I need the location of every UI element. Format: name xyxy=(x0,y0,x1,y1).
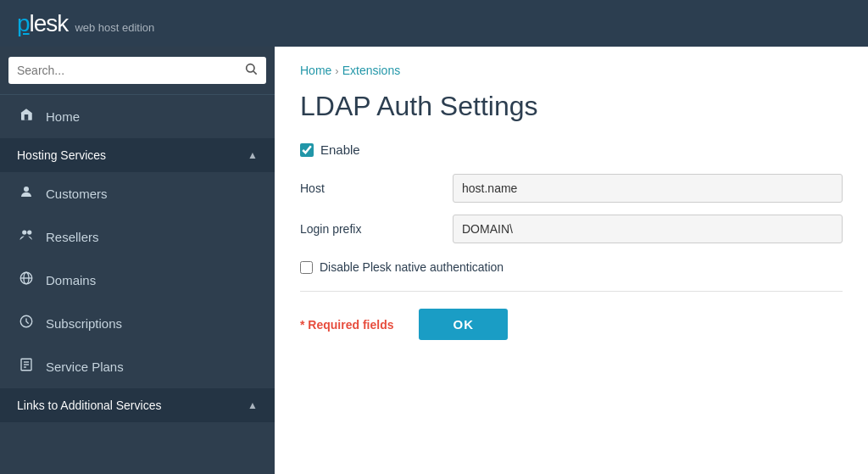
disable-native-checkbox[interactable] xyxy=(300,261,313,274)
subscriptions-icon xyxy=(17,314,36,333)
breadcrumb: Home › Extensions xyxy=(300,64,843,77)
home-icon xyxy=(17,107,36,126)
main-content: Home › Extensions LDAP Auth Settings Ena… xyxy=(275,47,868,474)
breadcrumb-sep-1: › xyxy=(335,64,338,77)
links-additional-label: Links to Additional Services xyxy=(17,399,161,412)
login-prefix-row: Login prefix xyxy=(300,215,843,243)
customers-label: Customers xyxy=(46,187,108,201)
page-title: LDAP Auth Settings xyxy=(300,91,843,122)
required-asterisk: * xyxy=(300,318,308,332)
resellers-label: Resellers xyxy=(46,230,99,244)
svg-point-3 xyxy=(24,187,29,192)
links-additional-arrow: ▲ xyxy=(248,399,258,411)
enable-row: Enable xyxy=(300,142,843,157)
sidebar-item-domains[interactable]: Domains xyxy=(0,259,275,302)
domains-icon xyxy=(17,270,36,290)
sidebar-item-service-plans[interactable]: Service Plans xyxy=(0,345,275,388)
form-section: Enable Host Login prefix Disable Plesk n… xyxy=(300,142,843,340)
svg-point-5 xyxy=(27,230,31,234)
svg-point-4 xyxy=(22,230,26,234)
section-links-additional[interactable]: Links to Additional Services ▲ xyxy=(0,388,275,422)
search-box[interactable] xyxy=(8,57,266,84)
service-plans-label: Service Plans xyxy=(46,360,124,374)
ok-button[interactable]: OK xyxy=(419,309,508,340)
sidebar: Home Hosting Services ▲ Customers xyxy=(0,47,275,474)
service-plans-icon xyxy=(17,357,36,376)
required-text: * Required fields xyxy=(300,318,393,332)
sidebar-item-home[interactable]: Home xyxy=(0,95,275,138)
search-container xyxy=(0,47,275,95)
svg-point-0 xyxy=(247,64,254,72)
sidebar-item-customers[interactable]: Customers xyxy=(0,172,275,215)
breadcrumb-extensions[interactable]: Extensions xyxy=(342,64,400,77)
required-label: Required fields xyxy=(308,318,393,332)
enable-label[interactable]: Enable xyxy=(320,142,360,157)
home-label: Home xyxy=(46,109,80,124)
customers-icon xyxy=(17,184,36,204)
sidebar-item-resellers[interactable]: Resellers xyxy=(0,215,275,259)
hosting-services-label: Hosting Services xyxy=(17,148,106,162)
search-input[interactable] xyxy=(17,64,237,77)
domains-label: Domains xyxy=(46,273,96,287)
host-label: Host xyxy=(300,181,436,195)
hosting-services-arrow: ▲ xyxy=(248,149,258,161)
search-icon xyxy=(244,62,258,79)
svg-rect-2 xyxy=(25,114,29,120)
logo-text: plesk xyxy=(17,10,68,37)
login-prefix-input[interactable] xyxy=(453,215,843,243)
subscriptions-label: Subscriptions xyxy=(46,316,122,331)
host-input[interactable] xyxy=(453,174,843,203)
disable-native-label[interactable]: Disable Plesk native authentication xyxy=(320,260,504,274)
host-row: Host xyxy=(300,174,843,203)
main-layout: Home Hosting Services ▲ Customers xyxy=(0,47,868,474)
form-divider xyxy=(300,291,843,292)
enable-checkbox[interactable] xyxy=(300,143,314,157)
svg-line-1 xyxy=(253,71,257,75)
resellers-icon xyxy=(17,227,36,247)
breadcrumb-home[interactable]: Home xyxy=(300,64,331,77)
disable-native-row: Disable Plesk native authentication xyxy=(300,260,843,274)
footer-row: * Required fields OK xyxy=(300,309,843,340)
app-header: plesk web host edition xyxy=(0,0,868,47)
section-hosting-services[interactable]: Hosting Services ▲ xyxy=(0,138,275,172)
login-prefix-label: Login prefix xyxy=(300,222,436,236)
sidebar-item-subscriptions[interactable]: Subscriptions xyxy=(0,302,275,345)
logo: plesk web host edition xyxy=(17,10,154,37)
logo-edition: web host edition xyxy=(75,21,154,34)
